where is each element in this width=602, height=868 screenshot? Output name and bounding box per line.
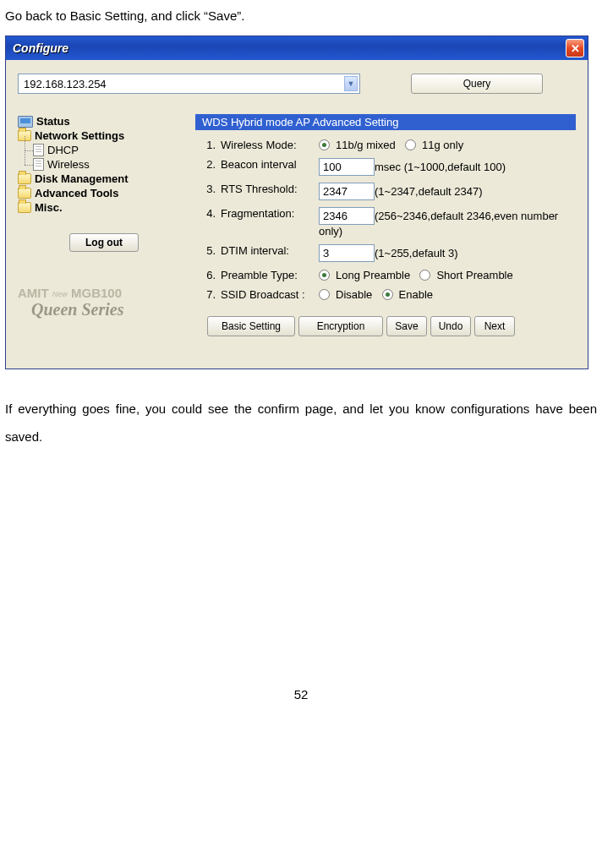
address-row: 192.168.123.254 ▼ Query [14, 68, 579, 102]
setting-control: (1~255,default 3) [319, 244, 572, 262]
setting-row: 1.Wireless Mode:11b/g mixed 11g only [199, 135, 572, 155]
settings-table: 1.Wireless Mode:11b/g mixed 11g only 2.B… [195, 130, 576, 309]
radio-label: Long Preamble [336, 269, 416, 281]
text-input[interactable] [319, 244, 375, 262]
radio-group: Long Preamble Short Preamble [319, 269, 572, 281]
sidebar-item-wireless[interactable]: Wireless [18, 157, 190, 172]
close-button[interactable]: ✕ [566, 39, 584, 57]
doc-icon [33, 158, 44, 171]
radio-label: 11g only [422, 139, 469, 151]
setting-control: (256~2346,default 2346,even number only) [319, 207, 572, 237]
sidebar-item-dhcp[interactable]: DHCP [18, 143, 190, 157]
doc-icon [33, 144, 44, 156]
query-button[interactable]: Query [411, 74, 543, 94]
radio-label: Disable [336, 288, 379, 301]
sidebar-item-misc-[interactable]: Misc. [18, 200, 190, 215]
encryption-button[interactable]: Encryption [298, 316, 383, 336]
brand-new: New [52, 290, 68, 298]
setting-row: 7.SSID Broadcast :Disable Enable [199, 285, 572, 304]
button-row: Basic Setting Encryption Save Undo Next [195, 316, 576, 336]
sidebar-label: Wireless [47, 158, 90, 171]
radio-button[interactable] [319, 139, 330, 150]
titlebar: Configure ✕ [6, 36, 588, 60]
setting-control: msec (1~1000,default 100) [319, 158, 572, 176]
setting-row: 2.Beacon intervalmsec (1~1000,default 10… [199, 155, 572, 179]
address-value: 192.168.123.254 [24, 78, 107, 90]
brand-amit: AMIT [18, 286, 49, 300]
radio-button[interactable] [419, 270, 430, 281]
logout-button[interactable]: Log out [69, 233, 139, 252]
radio-label: Short Preamble [436, 269, 519, 281]
radio-button[interactable] [319, 289, 330, 300]
outro-text: If everything goes fine, you could see t… [5, 395, 597, 450]
sidebar-item-status[interactable]: Status [18, 114, 190, 128]
sidebar-item-disk-management[interactable]: Disk Management [18, 172, 190, 186]
setting-number: 6. [199, 269, 217, 281]
hint-text: msec (1~1000,default 100) [375, 161, 506, 173]
sidebar: StatusNetwork SettingsDHCPWirelessDisk M… [18, 114, 190, 328]
hint-text: (1~2347,default 2347) [375, 185, 483, 198]
text-input[interactable] [319, 183, 375, 200]
setting-number: 5. [199, 244, 217, 257]
radio-group: 11b/g mixed 11g only [319, 139, 572, 151]
radio-group: Disable Enable [319, 288, 572, 301]
undo-button[interactable]: Undo [430, 316, 471, 336]
configure-window: Configure ✕ 192.168.123.254 ▼ Query Stat… [5, 35, 588, 369]
setting-number: 1. [199, 139, 217, 151]
radio-label: Enable [399, 288, 440, 301]
sidebar-label: Advanced Tools [35, 187, 118, 199]
close-icon: ✕ [571, 42, 580, 55]
setting-label: SSID Broadcast : [217, 288, 319, 301]
brand-model: MGB100 [71, 286, 122, 300]
setting-label: DTIM interval: [217, 244, 319, 257]
folder-icon [18, 173, 31, 184]
setting-number: 2. [199, 158, 217, 171]
address-combo[interactable]: 192.168.123.254 ▼ [18, 74, 360, 94]
content-area: StatusNetwork SettingsDHCPWirelessDisk M… [14, 114, 579, 336]
radio-button[interactable] [382, 289, 393, 300]
setting-control: (1~2347,default 2347) [319, 183, 572, 200]
setting-control: 11b/g mixed 11g only [319, 139, 572, 151]
sidebar-item-advanced-tools[interactable]: Advanced Tools [18, 186, 190, 200]
setting-label: Wireless Mode: [217, 139, 319, 151]
monitor-icon [18, 116, 33, 128]
setting-number: 7. [199, 288, 217, 301]
setting-row: 3.RTS Threshold:(1~2347,default 2347) [199, 179, 572, 204]
chevron-down-icon[interactable]: ▼ [344, 76, 358, 91]
setting-label: Preamble Type: [217, 269, 319, 281]
instruction-text: Go back to Basic Setting, and click “Sav… [5, 3, 597, 29]
sidebar-label: Disk Management [35, 172, 129, 185]
sidebar-label: DHCP [47, 144, 79, 156]
next-button[interactable]: Next [474, 316, 515, 336]
window-body: 192.168.123.254 ▼ Query StatusNetwork Se… [6, 60, 588, 368]
setting-label: Fragmentation: [217, 207, 319, 220]
basic-setting-button[interactable]: Basic Setting [207, 316, 295, 336]
radio-label: 11b/g mixed [336, 139, 402, 151]
setting-label: Beacon interval [217, 158, 319, 171]
setting-row: 6.Preamble Type:Long Preamble Short Prea… [199, 265, 572, 285]
setting-label: RTS Threshold: [217, 183, 319, 195]
radio-button[interactable] [319, 270, 330, 281]
setting-control: Long Preamble Short Preamble [319, 269, 572, 281]
text-input[interactable] [319, 158, 375, 176]
setting-row: 5.DTIM interval:(1~255,default 3) [199, 241, 572, 265]
sidebar-label: Misc. [35, 201, 63, 214]
folder-icon [18, 188, 31, 199]
setting-number: 4. [199, 207, 217, 220]
sidebar-label: Network Settings [35, 129, 124, 142]
panel-header: WDS Hybrid mode AP Advanced Setting [195, 114, 576, 130]
setting-control: Disable Enable [319, 288, 572, 301]
sidebar-label: Status [36, 115, 70, 128]
brand-series: Queen Series [18, 300, 190, 319]
text-input[interactable] [319, 207, 375, 225]
setting-number: 3. [199, 183, 217, 195]
sidebar-item-network-settings[interactable]: Network Settings [18, 128, 190, 143]
page-number: 52 [5, 687, 597, 701]
hint-text: (1~255,default 3) [375, 247, 458, 259]
window-title: Configure [9, 41, 68, 55]
main-panel: WDS Hybrid mode AP Advanced Setting 1.Wi… [190, 114, 576, 336]
branding: AMIT New MGB100 Queen Series [18, 286, 190, 328]
radio-button[interactable] [405, 139, 416, 150]
save-button[interactable]: Save [386, 316, 427, 336]
setting-row: 4.Fragmentation:(256~2346,default 2346,e… [199, 204, 572, 241]
